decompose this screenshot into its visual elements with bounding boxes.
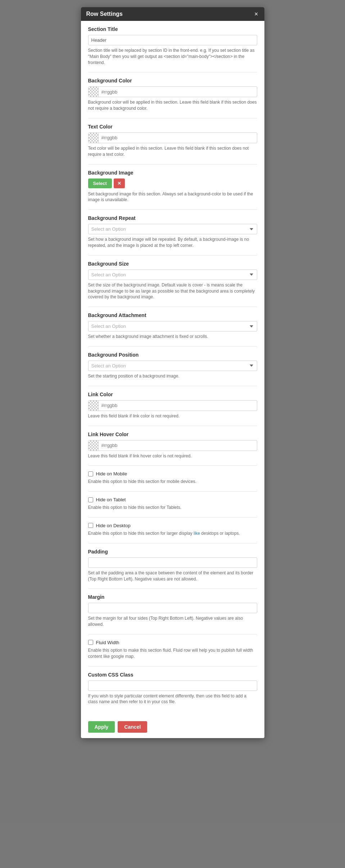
section-title-input[interactable] — [88, 35, 257, 45]
background-color-help: Background color will be applied in this… — [88, 99, 257, 112]
hide-on-mobile-section: Hide on Mobile Enable this option to hid… — [88, 471, 257, 485]
hide-on-tablet-section: Hide on Tablet Enable this option to hid… — [88, 497, 257, 511]
background-position-select[interactable]: Select an Option left top left center ce… — [88, 361, 257, 371]
link-color-input[interactable] — [99, 401, 257, 410]
background-image-clear-button[interactable]: ✕ — [114, 178, 125, 188]
background-attachment-help: Set whether a background image attachmen… — [88, 334, 257, 340]
padding-input[interactable] — [88, 557, 257, 568]
background-image-label: Background Image — [88, 170, 257, 176]
background-size-select[interactable]: Select an Option cover contain auto — [88, 270, 257, 280]
hide-on-mobile-row: Hide on Mobile — [88, 471, 257, 476]
background-color-section: Background Color Background color will b… — [88, 78, 257, 112]
fluid-width-checkbox[interactable] — [88, 640, 93, 645]
background-color-input[interactable] — [99, 88, 257, 96]
link-hover-color-input-wrapper — [88, 440, 257, 451]
background-attachment-label: Background Attachment — [88, 312, 257, 318]
link-color-checker-icon — [88, 401, 99, 411]
hide-on-desktop-help-link[interactable]: like — [194, 531, 200, 536]
background-size-label: Background Size — [88, 261, 257, 267]
background-image-section: Background Image Select ✕ Set background… — [88, 170, 257, 203]
text-color-label: Text Color — [88, 124, 257, 130]
background-image-select-button[interactable]: Select — [88, 178, 112, 188]
modal-body: Section Title Section title will be repl… — [81, 21, 264, 717]
text-color-checker-icon — [88, 133, 99, 143]
modal-header: Row Settings × — [81, 7, 264, 21]
custom-css-class-input[interactable] — [88, 681, 257, 691]
fluid-width-section: Fluid Width Enable this option to make t… — [88, 640, 257, 660]
link-hover-color-label: Link Hover Color — [88, 431, 257, 437]
custom-css-class-help: If you wish to style particular content … — [88, 693, 257, 705]
hide-on-tablet-row: Hide on Tablet — [88, 497, 257, 502]
divider-10 — [88, 465, 257, 466]
text-color-help: Text color will be applied in this secti… — [88, 145, 257, 158]
link-hover-color-input[interactable] — [99, 441, 257, 449]
margin-label: Margin — [88, 594, 257, 600]
cancel-button[interactable]: Cancel — [118, 721, 147, 733]
section-title-help: Section title will be replaced by sectio… — [88, 48, 257, 65]
link-hover-color-checker-icon — [88, 440, 99, 451]
hide-on-desktop-checkbox[interactable] — [88, 523, 93, 528]
background-repeat-select[interactable]: Select an Option no-repeat repeat repeat… — [88, 224, 257, 234]
divider-8 — [88, 386, 257, 386]
padding-section: Padding Set all the padding area a the s… — [88, 549, 257, 582]
divider-13 — [88, 543, 257, 543]
margin-input[interactable] — [88, 603, 257, 613]
link-hover-color-help: Leave this field blank if link hover col… — [88, 453, 257, 459]
section-title-label: Section Title — [88, 26, 257, 32]
link-color-section: Link Color Leave this field blank if lin… — [88, 392, 257, 419]
hide-on-tablet-checkbox[interactable] — [88, 497, 93, 502]
background-position-label: Background Position — [88, 352, 257, 358]
divider-7 — [88, 346, 257, 347]
link-color-input-wrapper — [88, 400, 257, 411]
custom-css-class-section: Custom CSS Class If you wish to style pa… — [88, 672, 257, 705]
padding-help: Set all the padding area a the space bet… — [88, 570, 257, 582]
hide-on-mobile-label[interactable]: Hide on Mobile — [96, 471, 127, 476]
background-size-section: Background Size Select an Option cover c… — [88, 261, 257, 300]
section-title-section: Section Title Section title will be repl… — [88, 26, 257, 65]
divider-16 — [88, 666, 257, 666]
modal-overlay: Row Settings × Section Title Section tit… — [0, 0, 345, 868]
background-attachment-section: Background Attachment Select an Option s… — [88, 312, 257, 340]
hide-on-desktop-help: Enable this option to hide this section … — [88, 530, 257, 537]
background-image-buttons: Select ✕ — [88, 178, 257, 188]
divider-4 — [88, 209, 257, 210]
divider-9 — [88, 426, 257, 426]
divider-14 — [88, 588, 257, 589]
hide-on-desktop-row: Hide on Desktop — [88, 523, 257, 528]
hide-on-mobile-checkbox[interactable] — [88, 471, 93, 476]
background-position-help: Set the starting position of a backgroun… — [88, 373, 257, 379]
text-color-input-wrapper — [88, 132, 257, 143]
divider-11 — [88, 491, 257, 492]
hide-on-tablet-label[interactable]: Hide on Tablet — [96, 497, 126, 502]
fluid-width-label[interactable]: Fluid Width — [96, 640, 119, 645]
background-color-label: Background Color — [88, 78, 257, 83]
hide-on-desktop-label[interactable]: Hide on Desktop — [96, 523, 131, 528]
link-color-label: Link Color — [88, 392, 257, 397]
margin-help: Set the margin for all four sides (Top R… — [88, 615, 257, 628]
hide-on-desktop-section: Hide on Desktop Enable this option to hi… — [88, 523, 257, 537]
divider-5 — [88, 255, 257, 256]
divider-3 — [88, 164, 257, 164]
hide-on-desktop-help-prefix: Enable this option to hide this section … — [88, 531, 194, 536]
link-hover-color-section: Link Hover Color Leave this field blank … — [88, 431, 257, 459]
divider-12 — [88, 517, 257, 517]
text-color-input[interactable] — [99, 134, 257, 142]
background-repeat-section: Background Repeat Select an Option no-re… — [88, 215, 257, 249]
background-image-help: Set background image for this section. A… — [88, 191, 257, 203]
text-color-section: Text Color Text color will be applied in… — [88, 124, 257, 158]
background-color-input-wrapper — [88, 86, 257, 97]
modal-footer: Apply Cancel — [81, 717, 264, 738]
background-repeat-label: Background Repeat — [88, 215, 257, 221]
background-attachment-select[interactable]: Select an Option scroll fixed local — [88, 321, 257, 331]
divider-6 — [88, 307, 257, 307]
modal-title: Row Settings — [86, 11, 123, 17]
padding-label: Padding — [88, 549, 257, 555]
hide-on-tablet-help: Enable this option to hide this section … — [88, 505, 257, 511]
modal-close-button[interactable]: × — [254, 11, 259, 17]
row-settings-modal: Row Settings × Section Title Section tit… — [81, 7, 264, 738]
apply-button[interactable]: Apply — [88, 721, 115, 733]
background-position-section: Background Position Select an Option lef… — [88, 352, 257, 379]
divider-1 — [88, 72, 257, 72]
background-repeat-help: Set how a background image will be repea… — [88, 236, 257, 249]
divider-2 — [88, 118, 257, 118]
